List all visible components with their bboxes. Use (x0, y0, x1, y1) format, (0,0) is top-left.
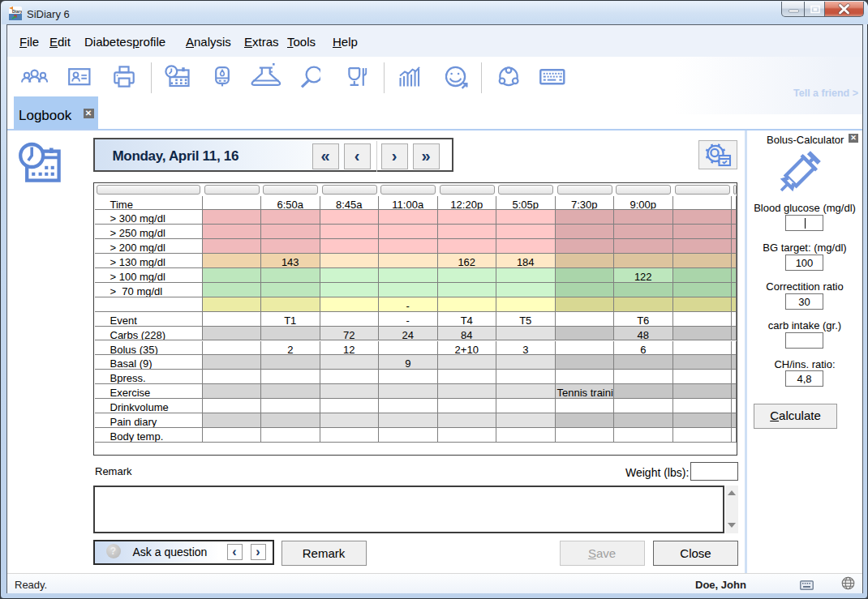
svg-text:Diary: Diary (12, 9, 22, 14)
